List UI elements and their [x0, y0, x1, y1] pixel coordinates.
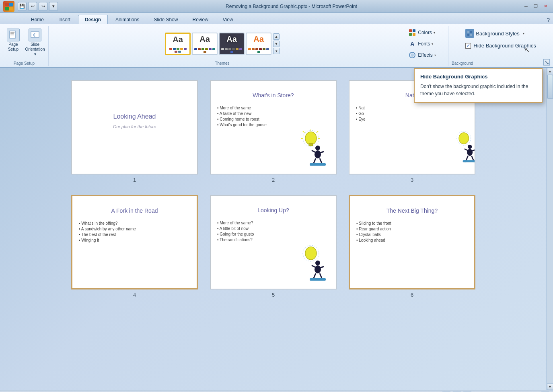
title-bar: 💾 ↩ ↪ ▾ Removing a Background Graphic.pp…	[0, 0, 553, 13]
colors-button[interactable]: Colors ▾	[405, 27, 438, 38]
customize-button[interactable]: ▾	[49, 2, 58, 11]
theme-card-1[interactable]: Aa	[165, 33, 191, 55]
ribbon: PageSetup SlideOrientation ▾ Page Setup …	[0, 24, 553, 68]
minimize-button[interactable]: ─	[522, 3, 530, 10]
svg-rect-17	[470, 31, 472, 33]
scroll-up-button[interactable]: ▲	[547, 68, 553, 74]
svg-line-53	[320, 273, 322, 279]
slide-thumb-1[interactable]: Looking Ahead Our plan for the future	[71, 80, 198, 174]
slide-thumb-4[interactable]: A Fork in the Road What's in the offing?…	[71, 195, 198, 289]
slide-1-subtitle: Our plan for the future	[80, 124, 189, 129]
background-content: Background Styles ▾ ✓ Hide Background Gr…	[462, 27, 539, 58]
scroll-track	[547, 74, 553, 384]
theme-gallery-scroll: ▲ ▼ ▾	[273, 33, 280, 54]
cursor-icon: ↖	[524, 46, 530, 54]
svg-rect-16	[467, 31, 469, 33]
window-title: Removing a Background Graphic.pptx - Mic…	[61, 4, 522, 9]
page-setup-icon	[7, 29, 20, 41]
redo-button[interactable]: ↪	[39, 2, 47, 11]
colors-label: Colors	[418, 30, 432, 35]
slide-4-heading: A Fork in the Road	[72, 203, 197, 214]
background-styles-arrow: ▾	[523, 32, 524, 35]
slide-number-3: 3	[411, 177, 413, 183]
help-button[interactable]: ?	[544, 16, 553, 24]
svg-rect-21	[309, 144, 313, 146]
slide-6-heading: The Next Big Thing?	[350, 203, 474, 214]
quick-access-toolbar: 💾 ↩ ↪ ▾	[18, 2, 58, 11]
background-expand-button[interactable]	[543, 59, 550, 66]
svg-line-41	[466, 156, 468, 161]
tab-design[interactable]: Design	[78, 15, 108, 24]
slide-orientation-button[interactable]: SlideOrientation ▾	[25, 27, 45, 58]
slide-number-5: 5	[272, 292, 275, 298]
svg-point-20	[305, 132, 317, 145]
tab-review[interactable]: Review	[185, 15, 215, 24]
close-button[interactable]: ✕	[541, 3, 550, 10]
fonts-button[interactable]: A Fonts ▾	[405, 39, 438, 49]
slide-wrapper-6: The Next Big Thing? Sliding to the front…	[349, 195, 475, 298]
svg-rect-36	[310, 163, 326, 166]
hide-background-checkbox[interactable]: ✓	[465, 43, 471, 49]
svg-rect-19	[470, 34, 472, 36]
restore-button[interactable]: ❐	[531, 3, 540, 10]
scroll-down-button[interactable]: ▼	[273, 41, 280, 47]
background-group: Background Styles ▾ ✓ Hide Background Gr…	[448, 26, 553, 66]
theme-1-dots	[168, 48, 188, 53]
svg-point-28	[315, 150, 321, 158]
svg-line-52	[313, 273, 316, 279]
tab-animations[interactable]: Animations	[109, 15, 146, 24]
slide-5-figure	[296, 244, 328, 281]
slide-number-1: 1	[133, 177, 136, 183]
background-styles-button[interactable]: Background Styles ▾	[462, 27, 528, 39]
fonts-icon: A	[408, 40, 416, 48]
tooltip-box: Hide Background Graphics Don't show the …	[414, 68, 543, 103]
design-options-content: Colors ▾ A Fonts ▾ Effects ▾	[405, 27, 438, 60]
theme-card-4[interactable]: Aa	[246, 33, 271, 55]
slide-wrapper-2: What's in Store? More of the same A tast…	[210, 80, 337, 183]
theme-2-dots	[194, 48, 215, 53]
slide-orientation-icon	[29, 29, 41, 41]
theme-1-aa: Aa	[168, 35, 188, 43]
svg-rect-12	[413, 33, 415, 36]
tab-insert[interactable]: Insert	[51, 15, 77, 24]
svg-rect-6	[10, 33, 14, 34]
svg-rect-11	[409, 33, 412, 36]
svg-point-29	[315, 146, 320, 150]
slide-6-list: Sliding to the front Rear guard action C…	[350, 217, 474, 248]
scroll-up-button[interactable]: ▲	[273, 33, 280, 40]
page-setup-button[interactable]: PageSetup	[3, 27, 23, 53]
svg-rect-2	[5, 7, 9, 10]
tab-home[interactable]: Home	[24, 15, 51, 24]
svg-point-39	[467, 149, 473, 156]
scroll-down-button[interactable]: ▼	[547, 384, 553, 390]
effects-button[interactable]: Effects ▾	[405, 50, 438, 60]
tab-view[interactable]: View	[216, 15, 240, 24]
slide-number-4: 4	[133, 292, 136, 298]
hide-background-button[interactable]: ✓ Hide Background Graphics ↖	[462, 41, 539, 50]
slide-thumb-5[interactable]: Looking Up? More of the same? A little b…	[210, 195, 337, 289]
theme-card-2[interactable]: Aa	[192, 33, 218, 55]
slide-thumb-2[interactable]: What's in Store? More of the same A tast…	[210, 80, 337, 174]
save-button[interactable]: 💾	[18, 2, 27, 11]
slide-4-list: What's in the offing? A sandwich by any …	[72, 217, 197, 248]
tab-slideshow[interactable]: Slide Show	[147, 15, 185, 24]
slide-thumb-6[interactable]: The Next Big Thing? Sliding to the front…	[349, 195, 475, 289]
slide-wrapper-5: Looking Up? More of the same? A little b…	[210, 195, 337, 298]
themes-group: Aa Aa	[49, 26, 396, 66]
slide-2-list: More of the same A taste of the new Comi…	[211, 102, 336, 132]
theme-2-aa: Aa	[194, 35, 215, 43]
tooltip-body: Don't show the background graphic includ…	[420, 83, 536, 97]
scroll-more-button[interactable]: ▾	[273, 48, 280, 54]
svg-rect-18	[467, 34, 469, 36]
slide-orientation-label: SlideOrientation ▾	[25, 42, 45, 57]
theme-card-3[interactable]: Aa	[219, 33, 245, 55]
svg-rect-10	[413, 29, 415, 32]
background-group-footer: Background	[452, 58, 550, 66]
background-styles-label: Background Styles	[476, 31, 519, 37]
undo-button[interactable]: ↩	[28, 2, 37, 11]
tooltip-title: Hide Background Graphics	[420, 74, 536, 80]
svg-line-30	[313, 158, 316, 164]
scroll-thumb[interactable]	[547, 75, 553, 99]
themes-group-label: Themes	[215, 60, 229, 66]
svg-line-42	[472, 156, 474, 161]
